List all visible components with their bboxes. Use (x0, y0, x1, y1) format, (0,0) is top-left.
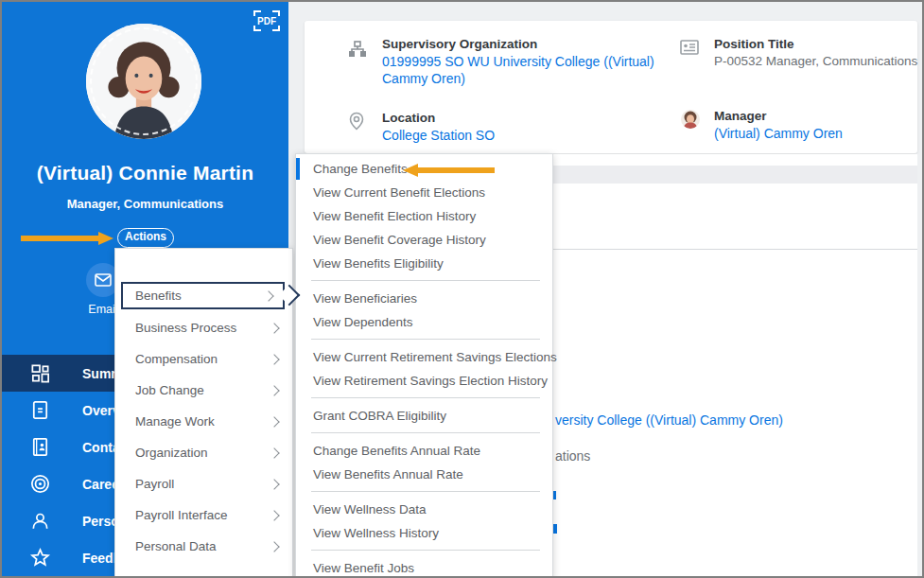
menu-item-personal-data[interactable]: Personal Data (115, 531, 292, 562)
position-title-field: Position Title P-00532 Manager, Communic… (714, 36, 917, 70)
submenu-item-change-benefits-annual-rate[interactable]: Change Benefits Annual Rate (296, 439, 552, 463)
background-link-sliver (553, 491, 556, 499)
submenu-item-view-wellness-history[interactable]: View Wellness History (296, 521, 552, 545)
menu-item-payroll[interactable]: Payroll (115, 468, 292, 499)
menu-item-compensation[interactable]: Compensation (115, 343, 292, 375)
menu-item-business-process[interactable]: Business Process (115, 312, 292, 343)
submenu-item-view-current-retirement-savings-elections[interactable]: View Current Retirement Savings Election… (296, 345, 552, 369)
chevron-right-icon (269, 323, 279, 333)
supervisory-organization-link[interactable]: 01999995 SO WU University College ((Virt… (382, 53, 683, 87)
submenu-item-view-benefits-annual-rate[interactable]: View Benefits Annual Rate (296, 463, 552, 486)
menu-item-label: Payroll (135, 477, 174, 491)
field-label: Supervisory Organization (382, 36, 683, 53)
field-label: Position Title (714, 36, 917, 53)
job-details-card: Supervisory Organization 01999995 SO WU … (305, 21, 917, 153)
submenu-item-view-benefit-jobs[interactable]: View Benefit Jobs (296, 556, 552, 576)
employee-job-title: Manager, Communications (2, 197, 288, 211)
chevron-right-icon (269, 354, 279, 364)
star-icon (29, 547, 51, 569)
location-pin-icon (348, 112, 365, 134)
chevron-right-icon (269, 541, 279, 552)
menu-item-label: Personal Data (135, 539, 217, 553)
field-label: Location (382, 110, 647, 127)
menu-item-manage-work[interactable]: Manage Work (115, 406, 292, 437)
chevron-right-icon (269, 447, 279, 458)
target-icon (29, 473, 51, 495)
manager-link[interactable]: (Virtual) Cammy Oren (714, 125, 913, 142)
chevron-right-icon (269, 479, 279, 489)
submenu-divider (311, 339, 540, 340)
background-text-fragment: ations (555, 448, 590, 464)
submenu-item-view-dependents[interactable]: View Dependents (296, 310, 552, 334)
submenu-item-view-benefit-election-history[interactable]: View Benefit Election History (296, 204, 552, 228)
submenu-divider (311, 280, 540, 281)
chevron-right-icon (269, 510, 279, 520)
actions-button[interactable]: Actions (117, 228, 174, 248)
submenu-item-view-benefit-coverage-history[interactable]: View Benefit Coverage History (296, 228, 552, 252)
submenu-item-change-benefits[interactable]: Change Benefits (296, 157, 552, 181)
menu-item-benefits[interactable]: Benefits (121, 282, 285, 309)
profile-photo-illustration (86, 24, 201, 139)
menu-item-label: Compensation (135, 352, 218, 366)
submenu-item-view-current-benefit-elections[interactable]: View Current Benefit Elections (296, 181, 552, 204)
person-icon (29, 510, 51, 532)
chevron-right-icon (269, 416, 279, 427)
background-link-fragment: versity College ((Virtual) Cammy Oren) (555, 412, 783, 428)
actions-menu: Benefits Business Process Compensation J… (114, 248, 293, 576)
background-link-sliver (553, 524, 557, 534)
position-title-value: P-00532 Manager, Communications (714, 53, 917, 70)
id-card-icon (680, 40, 699, 59)
menu-item-job-change[interactable]: Job Change (115, 375, 292, 406)
profile-photo (86, 24, 201, 139)
contact-card-icon (29, 436, 51, 458)
location-field: Location College Station SO (382, 110, 647, 144)
org-chart-icon (348, 41, 367, 61)
submenu-divider (311, 432, 540, 433)
submenu-item-view-wellness-data[interactable]: View Wellness Data (296, 498, 552, 521)
menu-item-label: Business Process (135, 321, 236, 335)
envelope-icon (95, 273, 112, 287)
benefits-submenu: Change Benefits View Current Benefit Ele… (295, 153, 553, 576)
submenu-item-grant-cobra-eligibility[interactable]: Grant COBRA Eligibility (296, 404, 552, 428)
chevron-right-icon (269, 385, 279, 395)
pdf-icon: PDF (257, 16, 276, 26)
menu-item-payroll-interface[interactable]: Payroll Interface (115, 499, 292, 531)
employee-name: (Virtual) Connie Martin (2, 162, 288, 184)
submenu-item-view-retirement-savings-election-history[interactable]: View Retirement Savings Election History (296, 369, 552, 393)
submenu-divider (311, 397, 540, 398)
supervisory-organization-field: Supervisory Organization 01999995 SO WU … (382, 36, 683, 87)
manager-avatar (681, 110, 700, 132)
menu-item-label: Manage Work (135, 414, 215, 429)
document-icon (29, 399, 51, 421)
menu-item-label: Job Change (135, 383, 204, 397)
manager-field: Manager (Virtual) Cammy Oren (714, 108, 913, 142)
submenu-item-view-benefits-eligibility[interactable]: View Benefits Eligibility (296, 252, 552, 275)
field-label: Manager (714, 108, 913, 125)
export-pdf-button[interactable]: PDF (252, 8, 282, 34)
menu-item-label: Benefits (135, 289, 182, 303)
screen: PDF (Virtual) Connie Martin Manager, Com… (2, 2, 922, 576)
menu-item-organization[interactable]: Organization (115, 437, 292, 468)
summary-grid-icon (29, 362, 51, 384)
app-window: PDF (Virtual) Connie Martin Manager, Com… (0, 0, 924, 578)
submenu-divider (311, 491, 540, 492)
menu-item-label: Organization (135, 446, 208, 460)
chevron-right-icon (263, 290, 273, 301)
menu-item-label: Payroll Interface (135, 508, 228, 522)
submenu-divider (311, 550, 540, 551)
location-link[interactable]: College Station SO (382, 127, 647, 144)
submenu-item-view-beneficiaries[interactable]: View Beneficiaries (296, 287, 552, 310)
